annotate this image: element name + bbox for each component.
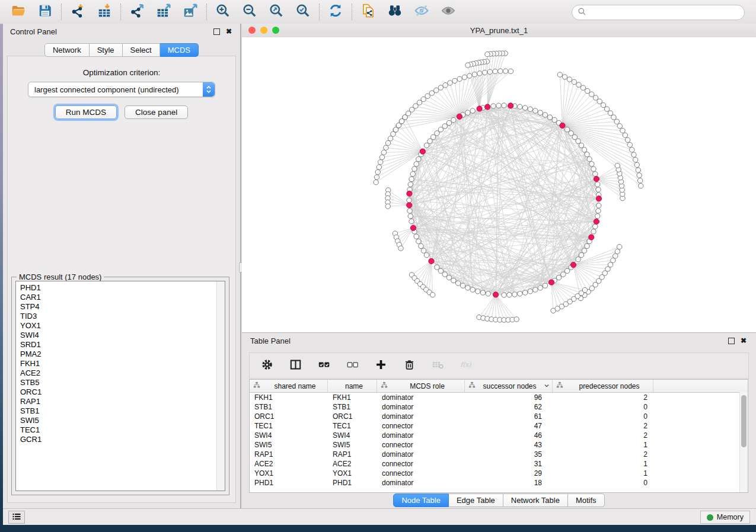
result-node-item[interactable]: GCR1 [20, 435, 225, 444]
search-box[interactable] [572, 5, 745, 20]
close-panel-icon[interactable]: ✖ [226, 28, 232, 35]
table-scrollbar-thumb[interactable] [741, 395, 747, 447]
column-header-shared-name[interactable]: shared name [250, 380, 328, 392]
cell-predecessor-nodes: 1 [553, 441, 653, 449]
memory-button[interactable]: Memory [700, 511, 750, 524]
result-node-item[interactable]: SWI4 [20, 331, 225, 340]
control-panel-tabs: NetworkStyleSelectMCDS [3, 43, 240, 57]
result-node-item[interactable]: FKH1 [20, 359, 225, 368]
toggle-columns-button[interactable] [288, 358, 302, 373]
cell-successor-nodes: 35 [465, 450, 553, 459]
column-header-MCDS-role[interactable]: MCDS role [377, 380, 465, 392]
cell-MCDS-role: connector [377, 441, 465, 449]
result-node-item[interactable]: TEC1 [20, 425, 225, 435]
tab-edge-table[interactable]: Edge Table [449, 493, 503, 507]
tab-node-table[interactable]: Node Table [393, 493, 449, 507]
apply-layout-button[interactable] [327, 4, 344, 20]
delete-selected-rows-button[interactable] [402, 358, 416, 373]
zoom-out-button[interactable] [241, 4, 258, 20]
table-row[interactable]: FKH1FKH1dominator962 [250, 393, 748, 402]
export-table-button[interactable] [155, 4, 172, 20]
table-row[interactable]: RAP1RAP1dominator352 [250, 450, 748, 459]
table-row[interactable]: STB1STB1dominator620 [250, 402, 748, 412]
float-panel-icon[interactable] [213, 28, 220, 35]
select-all-icon [318, 358, 330, 373]
cell-name: RAP1 [328, 450, 377, 459]
cell-MCDS-role: dominator [377, 393, 465, 402]
tab-motifs[interactable]: Motifs [568, 493, 605, 507]
tab-network[interactable]: Network [44, 43, 90, 57]
result-node-item[interactable]: SWI5 [20, 416, 225, 425]
hide-selected-button[interactable] [413, 4, 430, 20]
criterion-dropdown[interactable]: largest connected component (undirected) [28, 82, 215, 97]
zoom-in-button[interactable] [215, 4, 231, 20]
minimize-window-button[interactable] [260, 27, 267, 34]
column-header-successor-nodes[interactable]: successor nodes [465, 380, 553, 392]
result-node-item[interactable]: STP4 [20, 302, 225, 312]
result-node-item[interactable]: ACE2 [20, 368, 225, 378]
result-node-item[interactable]: YOX1 [20, 321, 225, 331]
cell-successor-nodes: 46 [465, 431, 553, 440]
close-table-panel-icon[interactable]: ✖ [741, 337, 747, 344]
table-row[interactable]: TEC1TEC1connector472 [250, 421, 748, 431]
import-network-button[interactable] [69, 4, 86, 20]
network-from-selection-button[interactable] [360, 4, 377, 20]
save-session-button[interactable] [37, 4, 53, 20]
table-scrollbar[interactable] [739, 392, 748, 492]
import-table-button[interactable] [96, 4, 113, 20]
close-mcds-panel-button[interactable]: Close panel [125, 105, 188, 119]
result-node-item[interactable]: ORC1 [20, 387, 225, 397]
show-all-button[interactable] [440, 4, 457, 20]
svg-text:f(x): f(x) [460, 361, 471, 368]
export-network-button[interactable] [129, 4, 145, 20]
panel-selector-button[interactable] [8, 511, 25, 524]
table-row[interactable]: YOX1YOX1connector291 [250, 469, 748, 478]
tab-network-table[interactable]: Network Table [503, 493, 568, 507]
column-header-name[interactable]: name [328, 380, 377, 392]
run-mcds-button[interactable]: Run MCDS [55, 105, 117, 119]
tab-mcds[interactable]: MCDS [160, 43, 199, 57]
tab-style[interactable]: Style [90, 43, 123, 57]
search-input[interactable] [589, 8, 739, 17]
result-node-item[interactable]: STB5 [20, 378, 225, 387]
first-neighbors-button[interactable] [387, 4, 403, 20]
result-list-scrollbar[interactable] [216, 281, 225, 491]
zoom-fit-button[interactable] [268, 4, 285, 20]
zoom-selected-button[interactable] [295, 4, 311, 20]
export-image-button[interactable] [182, 4, 199, 20]
zoom-window-button[interactable] [272, 27, 279, 34]
table-panel-title: Table Panel [250, 336, 291, 345]
add-row-button[interactable] [374, 358, 388, 373]
result-node-item[interactable]: PMA2 [20, 350, 225, 359]
result-node-item[interactable]: TID3 [20, 312, 225, 321]
node-table: shared namenameMCDS rolesuccessor nodesp… [249, 379, 748, 493]
result-node-item[interactable]: SRD1 [20, 340, 225, 350]
table-row[interactable]: ORC1ORC1dominator610 [250, 412, 748, 421]
table-settings-button[interactable] [260, 358, 274, 373]
tab-select[interactable]: Select [123, 43, 160, 57]
result-node-item[interactable]: PHD1 [20, 283, 225, 293]
close-window-button[interactable] [248, 27, 256, 34]
tree-icon [556, 382, 563, 390]
network-canvas[interactable] [242, 37, 756, 332]
table-row[interactable]: ACE2ACE2connector311 [250, 459, 748, 469]
column-header-predecessor-nodes[interactable]: predecessor nodes [553, 380, 653, 392]
open-session-button[interactable] [10, 4, 27, 20]
result-node-item[interactable]: STB1 [20, 406, 225, 416]
columns-icon [289, 358, 302, 373]
deselect-all-rows-button[interactable] [345, 358, 359, 373]
table-row[interactable]: SWI5SWI5connector431 [250, 440, 748, 450]
criterion-selected-value: largest connected component (undirected) [28, 85, 203, 94]
cell-shared-name: ACE2 [250, 460, 328, 468]
window-controls [248, 27, 279, 34]
cell-name: SWI4 [328, 431, 377, 440]
select-all-rows-button[interactable] [317, 358, 331, 373]
table-row[interactable]: SWI4SWI4dominator462 [250, 431, 748, 440]
network-graph[interactable] [242, 37, 756, 332]
cell-successor-nodes: 62 [465, 403, 553, 411]
result-node-item[interactable]: RAP1 [20, 397, 225, 406]
table-row[interactable]: PHD1PHD1dominator180 [250, 478, 748, 488]
result-node-item[interactable]: CAR1 [20, 293, 225, 302]
cell-MCDS-role: connector [377, 469, 465, 477]
float-table-panel-icon[interactable] [728, 338, 735, 344]
